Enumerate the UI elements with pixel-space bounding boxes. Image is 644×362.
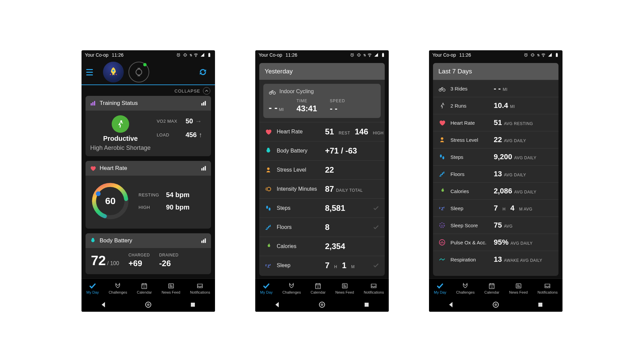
recents-button[interactable] xyxy=(363,301,371,309)
content-area[interactable]: Training Status Productive High Aerobic … xyxy=(82,96,215,279)
training-status-card[interactable]: Training Status Productive High Aerobic … xyxy=(86,96,211,156)
list-item-label: Sleep xyxy=(450,205,489,211)
check-icon xyxy=(263,282,270,290)
nav-calendar[interactable]: Calendar xyxy=(311,282,326,294)
signal-icon xyxy=(548,53,552,57)
high-value: 90 bpm xyxy=(166,203,190,211)
bike-icon xyxy=(438,85,446,92)
carrier-label: Your Co-op xyxy=(259,52,282,58)
list-item-value: 51AVG RESTING xyxy=(494,118,553,127)
nav-news-feed[interactable]: News Feed xyxy=(509,282,528,294)
profile-avatar[interactable] xyxy=(103,62,124,82)
home-button[interactable] xyxy=(318,301,326,309)
list-item[interactable]: Body Battery+71 / -63 xyxy=(259,141,385,160)
list-item[interactable]: Stress Level22 xyxy=(259,160,385,179)
nav-my-day[interactable]: My Day xyxy=(260,282,273,294)
device-button[interactable] xyxy=(128,62,149,82)
list-item[interactable]: Floors8 xyxy=(259,218,385,237)
activity-distance: - - xyxy=(269,103,277,113)
status-bar: Your Co-op11:26 ⇅ xyxy=(429,50,562,60)
back-button[interactable] xyxy=(447,301,455,309)
nav-notifications[interactable]: Notifications xyxy=(538,282,558,294)
nav-challenges[interactable]: Challenges xyxy=(282,282,301,294)
chart-icon[interactable] xyxy=(200,100,207,107)
signal-icon xyxy=(374,53,379,57)
list-item-value: +71 / -63 xyxy=(325,146,379,156)
nav-challenges[interactable]: Challenges xyxy=(456,282,475,294)
recents-button[interactable] xyxy=(189,301,197,309)
list-item[interactable]: Sleep7H1M xyxy=(259,256,385,275)
list-item[interactable]: Floors13AVG DAILY xyxy=(433,165,558,182)
wreath-icon xyxy=(114,282,121,290)
bottom-nav: My Day Challenges Calendar News Feed Not… xyxy=(82,279,215,298)
heart-rate-card[interactable]: Heart Rate 60 RESTING 54 bpm xyxy=(86,161,211,229)
battery-icon xyxy=(381,53,385,57)
nav-notifications[interactable]: Notifications xyxy=(364,282,384,294)
list-item-value: 8,581 xyxy=(325,203,368,213)
list-item[interactable]: Intensity Minutes87DAILY TOTAL xyxy=(259,179,385,198)
home-button[interactable] xyxy=(492,301,500,309)
menu-button[interactable] xyxy=(84,66,98,78)
wifi-icon xyxy=(367,53,372,57)
recents-button[interactable] xyxy=(536,301,544,309)
list-item-value: 8 xyxy=(325,223,368,232)
list-item-value: 7H1M xyxy=(325,261,368,270)
yesterday-card[interactable]: Yesterday Indoor Cycling - -MI TIME43:41… xyxy=(259,63,385,276)
list-item[interactable]: 3 Rides- -MI xyxy=(433,80,558,97)
list-item[interactable]: Heart Rate51AVG RESTING xyxy=(433,114,558,131)
chart-icon[interactable] xyxy=(200,237,207,244)
body-battery-title: Body Battery xyxy=(100,237,132,244)
list-item[interactable]: Sleep7H4M AVG xyxy=(433,199,558,217)
nav-news-feed[interactable]: News Feed xyxy=(335,282,354,294)
vo2max-value: 50 xyxy=(185,117,193,125)
list-item[interactable]: 2 Runs10.4MI xyxy=(433,97,558,114)
collapse-toggle[interactable]: COLLAPSE xyxy=(82,85,215,96)
list-item-label: Floors xyxy=(450,171,489,177)
sync-button[interactable] xyxy=(196,65,210,79)
list-item[interactable]: Sleep Score75AVG xyxy=(433,217,558,234)
activity-card[interactable]: Indoor Cycling - -MI TIME43:41 SPEED- - xyxy=(263,84,381,118)
list-item-label: Calories xyxy=(450,188,489,194)
list-item-value: - -MI xyxy=(494,84,553,93)
list-item[interactable]: Heart Rate51REST146HIGH xyxy=(259,122,385,141)
nav-my-day[interactable]: My Day xyxy=(87,282,99,294)
check-icon xyxy=(436,282,444,290)
wifi-updown-icon: ⇅ xyxy=(537,53,540,57)
list-item[interactable]: Calories2,086AVG DAILY xyxy=(433,182,558,199)
back-button[interactable] xyxy=(100,301,108,309)
nav-calendar[interactable]: Calendar xyxy=(137,282,152,294)
svg-rect-39 xyxy=(538,303,542,307)
pulseox-icon xyxy=(438,239,446,246)
last-7-days-card[interactable]: Last 7 Days 3 Rides- -MI2 Runs10.4MIHear… xyxy=(433,63,558,276)
nav-news-feed[interactable]: News Feed xyxy=(162,282,180,294)
body-battery-card[interactable]: Body Battery 72 / 100 CHARGED +69 DRAINE… xyxy=(86,233,211,274)
list-item-label: 3 Rides xyxy=(450,86,489,92)
intensity-icon xyxy=(265,185,272,193)
check-icon xyxy=(373,224,379,231)
nav-challenges[interactable]: Challenges xyxy=(109,282,127,294)
nav-calendar[interactable]: Calendar xyxy=(484,282,499,294)
nav-my-day[interactable]: My Day xyxy=(434,282,446,294)
nav-my-day-label: My Day xyxy=(434,290,446,294)
nav-notifications[interactable]: Notifications xyxy=(190,282,210,294)
list-item-value: 10.4MI xyxy=(494,101,553,110)
list-item[interactable]: Respiration13AWAKE AVG DAILY xyxy=(433,251,558,268)
activity-distance-unit: MI xyxy=(279,107,283,112)
home-button[interactable] xyxy=(144,301,152,309)
collapse-label: COLLAPSE xyxy=(174,88,200,94)
list-item[interactable]: Steps8,581 xyxy=(259,198,385,218)
list-item[interactable]: Calories2,354 xyxy=(259,237,385,256)
heart-icon xyxy=(265,128,272,135)
list-item-label: Floors xyxy=(277,224,320,230)
news-icon xyxy=(167,282,175,290)
back-button[interactable] xyxy=(273,301,281,309)
calendar-icon xyxy=(141,282,148,290)
chevron-up-icon xyxy=(203,87,210,95)
wreath-icon xyxy=(462,282,469,290)
list-item[interactable]: Steps9,200AVG DAILY xyxy=(433,148,558,165)
chart-icon[interactable] xyxy=(200,165,207,172)
list-item[interactable]: Pulse Ox & Acc.95%AVG DAILY xyxy=(433,234,558,251)
list-item-value: 13AVG DAILY xyxy=(494,170,553,178)
inbox-icon xyxy=(370,282,377,290)
list-item[interactable]: Stress Level22AVG DAILY xyxy=(433,131,558,148)
